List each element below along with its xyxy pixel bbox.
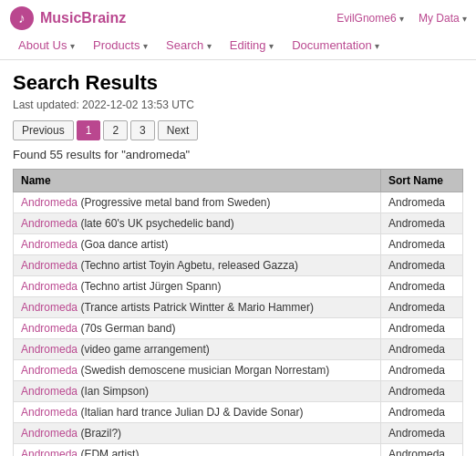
result-description: (Swedish demoscene musician Morgan Norre… (78, 364, 329, 377)
result-description: (Trance artists Patrick Wintter & Mario … (78, 301, 314, 314)
result-sort-name-cell: Andromeda (381, 276, 463, 297)
nav-products[interactable]: Products ▾ (84, 35, 157, 56)
table-row: Andromeda (70s German band)Andromeda (14, 318, 463, 339)
result-name-link[interactable]: Andromeda (21, 343, 78, 356)
result-name-link[interactable]: Andromeda (21, 448, 78, 456)
result-description: (Brazil?) (78, 427, 121, 440)
result-name-cell: Andromeda (Trance artists Patrick Wintte… (14, 297, 381, 318)
result-sort-name-cell: Andromeda (381, 402, 463, 423)
next-button[interactable]: Next (158, 120, 199, 140)
result-name-cell: Andromeda (Swedish demoscene musician Mo… (14, 360, 381, 381)
result-description: (late 60's UK psychedelic band) (78, 217, 234, 230)
logo-icon: ♪ (9, 5, 35, 31)
user-navigation: EvilGnome6 ▾ My Data ▾ (336, 12, 467, 25)
products-arrow: ▾ (143, 41, 148, 51)
prev-button[interactable]: Previous (13, 120, 74, 140)
result-name-cell: Andromeda (Brazil?) (14, 423, 381, 444)
user-dropdown-arrow: ▾ (399, 14, 404, 24)
site-logo[interactable]: ♪ MusicBrainz (9, 5, 126, 31)
logo-text: MusicBrainz (40, 10, 126, 26)
table-row: Andromeda (Brazil?)Andromeda (14, 423, 463, 444)
page-1-button[interactable]: 1 (77, 120, 101, 140)
results-table: Name Sort Name Andromeda (Progressive me… (13, 169, 463, 456)
result-name-link[interactable]: Andromeda (21, 364, 78, 377)
result-name-cell: Andromeda (Techno artist Toyin Agbetu, r… (14, 255, 381, 276)
result-name-cell: Andromeda (Goa dance artist) (14, 234, 381, 255)
result-description: (Techno artist Jürgen Spann) (78, 280, 221, 293)
table-row: Andromeda (Progressive metal band from S… (14, 192, 463, 213)
table-row: Andromeda (Techno artist Jürgen Spann)An… (14, 276, 463, 297)
result-description: (Goa dance artist) (78, 238, 168, 251)
table-row: Andromeda (Techno artist Toyin Agbetu, r… (14, 255, 463, 276)
result-name-cell: Andromeda (Techno artist Jürgen Spann) (14, 276, 381, 297)
result-name-cell: Andromeda (video game arrangement) (14, 339, 381, 360)
result-sort-name-cell: Andromeda (381, 381, 463, 402)
my-data-link[interactable]: My Data ▾ (419, 12, 467, 25)
result-sort-name-cell: Andromeda (381, 318, 463, 339)
editing-arrow: ▾ (269, 41, 274, 51)
result-name-cell: Andromeda (Italian hard trance Julian DJ… (14, 402, 381, 423)
nav-documentation[interactable]: Documentation ▾ (283, 35, 388, 56)
table-row: Andromeda (Goa dance artist)Andromeda (14, 234, 463, 255)
nav-row-user: ♪ MusicBrainz EvilGnome6 ▾ My Data ▾ (9, 0, 467, 35)
result-name-link[interactable]: Andromeda (21, 196, 78, 209)
results-summary: Found 55 results for "andromeda" (13, 148, 463, 161)
result-name-cell: Andromeda (Ian Simpson) (14, 381, 381, 402)
result-name-link[interactable]: Andromeda (21, 259, 78, 272)
nav-search[interactable]: Search ▾ (157, 35, 221, 56)
table-row: Andromeda (Swedish demoscene musician Mo… (14, 360, 463, 381)
result-description: (video game arrangement) (78, 343, 210, 356)
table-header: Name Sort Name (14, 170, 463, 192)
col-header-sort-name: Sort Name (381, 170, 463, 192)
result-name-link[interactable]: Andromeda (21, 406, 78, 419)
page-2-button[interactable]: 2 (103, 120, 128, 140)
page-title: Search Results (13, 71, 463, 95)
result-name-link[interactable]: Andromeda (21, 301, 78, 314)
docs-arrow: ▾ (375, 41, 379, 51)
table-row: Andromeda (EDM artist)Andromeda (14, 444, 463, 457)
user-profile-link[interactable]: EvilGnome6 ▾ (336, 12, 404, 25)
result-name-cell: Andromeda (EDM artist) (14, 444, 381, 457)
table-row: Andromeda (Italian hard trance Julian DJ… (14, 402, 463, 423)
result-name-link[interactable]: Andromeda (21, 217, 78, 230)
search-arrow: ▾ (207, 41, 212, 51)
result-name-link[interactable]: Andromeda (21, 427, 78, 440)
result-name-link[interactable]: Andromeda (21, 280, 78, 293)
table-row: Andromeda (late 60's UK psychedelic band… (14, 213, 463, 234)
result-description: (Techno artist Toyin Agbetu, released Ga… (78, 259, 298, 272)
result-name-link[interactable]: Andromeda (21, 238, 78, 251)
nav-about-us[interactable]: About Us ▾ (9, 35, 84, 56)
about-arrow: ▾ (70, 41, 75, 51)
table-row: Andromeda (video game arrangement)Androm… (14, 339, 463, 360)
result-sort-name-cell: Andromeda (381, 234, 463, 255)
result-description: (Italian hard trance Julian DJ & Davide … (78, 406, 303, 419)
result-sort-name-cell: Andromeda (381, 297, 463, 318)
result-name-cell: Andromeda (70s German band) (14, 318, 381, 339)
pagination-bar: Previous 1 2 3 Next (13, 120, 463, 140)
result-name-cell: Andromeda (late 60's UK psychedelic band… (14, 213, 381, 234)
result-name-link[interactable]: Andromeda (21, 385, 78, 398)
result-description: (Ian Simpson) (78, 385, 149, 398)
main-content: Search Results Last updated: 2022-12-02 … (0, 60, 476, 456)
page-3-button[interactable]: 3 (130, 120, 155, 140)
result-name-link[interactable]: Andromeda (21, 322, 78, 335)
result-description: (EDM artist) (78, 448, 139, 456)
result-description: (70s German band) (78, 322, 175, 335)
result-sort-name-cell: Andromeda (381, 360, 463, 381)
top-navigation: ♪ MusicBrainz EvilGnome6 ▾ My Data ▾ Abo… (0, 0, 476, 60)
result-sort-name-cell: Andromeda (381, 339, 463, 360)
table-row: Andromeda (Trance artists Patrick Wintte… (14, 297, 463, 318)
col-header-name: Name (14, 170, 381, 192)
result-description: (Progressive metal band from Sweden) (78, 196, 270, 209)
table-row: Andromeda (Ian Simpson)Andromeda (14, 381, 463, 402)
result-sort-name-cell: Andromeda (381, 444, 463, 457)
svg-text:♪: ♪ (18, 10, 26, 26)
nav-editing[interactable]: Editing ▾ (221, 35, 283, 56)
mydata-dropdown-arrow: ▾ (462, 14, 467, 24)
result-sort-name-cell: Andromeda (381, 255, 463, 276)
nav-row-main: About Us ▾ Products ▾ Search ▾ Editing ▾… (9, 35, 467, 59)
table-body: Andromeda (Progressive metal band from S… (14, 192, 463, 457)
result-sort-name-cell: Andromeda (381, 423, 463, 444)
result-name-cell: Andromeda (Progressive metal band from S… (14, 192, 381, 213)
result-sort-name-cell: Andromeda (381, 213, 463, 234)
